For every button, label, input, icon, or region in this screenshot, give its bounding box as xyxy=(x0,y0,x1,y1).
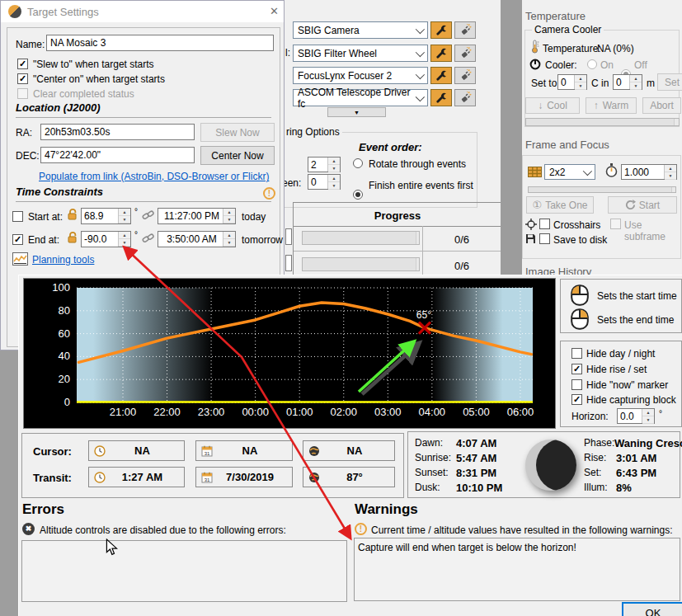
spinner-arrows[interactable]: ▲▼ xyxy=(327,158,340,172)
errors-message: Altitude controls are disabled due to th… xyxy=(40,524,286,536)
focuser-select-value: FocusLynx Focuser 2 xyxy=(298,70,392,82)
event-progress-count: 0/6 xyxy=(423,260,501,272)
ok-button[interactable]: OK xyxy=(622,602,682,616)
dawn-value: 4:07 AM xyxy=(456,437,496,449)
cool-minutes-spinner[interactable]: 0▲▼ xyxy=(613,74,642,90)
cursor-date-field: 31 NA xyxy=(195,440,293,461)
warnings-list-box[interactable]: Capture will end when target is below th… xyxy=(354,538,680,601)
plug-icon xyxy=(459,47,472,60)
spinner-arrows[interactable]: ▲▼ xyxy=(327,175,340,189)
start-time-spinner[interactable]: 11:27:00 PM▲▼ xyxy=(158,208,236,224)
abort-button[interactable]: Abort xyxy=(642,97,681,114)
app-icon xyxy=(8,5,21,18)
take-one-button[interactable]: ①Take One xyxy=(526,196,594,214)
hide-day-night-checkbox[interactable] xyxy=(571,348,582,359)
start-altitude-spinner[interactable]: 68.9▲▼ xyxy=(81,208,131,224)
spinner-arrows[interactable]: ▲▼ xyxy=(223,232,235,247)
center-now-button[interactable]: Center Now xyxy=(200,146,275,165)
telescope-select-value: ASCOM Telescope Driver fc xyxy=(298,87,416,110)
camera-settings-button[interactable] xyxy=(430,21,452,39)
set-button-label: Set xyxy=(665,77,680,88)
degree-symbol: ° xyxy=(134,207,138,216)
ra-value: 20h53m03.50s xyxy=(45,126,110,138)
telescope-connect-button[interactable] xyxy=(454,89,476,106)
start-at-checkbox[interactable] xyxy=(12,211,23,222)
hide-rise-set-checkbox[interactable] xyxy=(571,364,582,374)
set-temperature-value: 0 xyxy=(558,77,574,88)
option-spinner-2[interactable]: 0▲▼ xyxy=(308,174,341,190)
hide-now-marker-checkbox[interactable] xyxy=(571,379,582,390)
target-name-input[interactable]: NA Mosaic 3 xyxy=(46,35,274,51)
link-chain-icon[interactable] xyxy=(142,209,154,221)
mouse-cursor xyxy=(106,538,118,556)
horizon-value: 0.0 xyxy=(618,411,642,422)
end-altitude-value: -90.0 xyxy=(82,233,118,245)
exposure-spinner[interactable]: 1.000▲▼ xyxy=(621,164,677,180)
cooler-on-radio[interactable] xyxy=(587,59,597,69)
end-at-checkbox[interactable] xyxy=(12,234,23,245)
telescope-select[interactable]: ASCOM Telescope Driver fc xyxy=(293,89,428,106)
end-altitude-spinner[interactable]: -90.0▲▼ xyxy=(81,231,131,247)
focuser-select[interactable]: FocusLynx Focuser 2 xyxy=(293,67,428,84)
clear-completed-checkbox[interactable] xyxy=(17,88,28,99)
focuser-connect-button[interactable] xyxy=(454,67,476,84)
link-chain-icon[interactable] xyxy=(142,233,154,244)
slew-to-checkbox[interactable] xyxy=(17,59,28,69)
spinner-arrows[interactable]: ▲▼ xyxy=(574,75,586,89)
filter-wheel-select[interactable]: SBIG Filter Wheel xyxy=(293,45,428,62)
binning-select[interactable]: 2x2 xyxy=(544,164,595,180)
binning-icon xyxy=(528,167,542,177)
lock-icon[interactable] xyxy=(67,231,78,244)
camera-connect-button[interactable] xyxy=(454,21,476,39)
option-spinner-1[interactable]: 2▲▼ xyxy=(308,157,341,172)
save-icon xyxy=(525,233,536,244)
rotate-through-events-radio[interactable] xyxy=(353,158,363,168)
cool-button[interactable]: ↓Cool xyxy=(525,97,580,114)
hide-capturing-block-checkbox[interactable] xyxy=(571,394,582,405)
spinner-arrows[interactable]: ▲▼ xyxy=(118,232,130,247)
start-button[interactable]: Start xyxy=(608,196,677,214)
ra-input[interactable]: 20h53m03.50s xyxy=(40,124,195,140)
filter-wheel-settings-button[interactable] xyxy=(430,45,452,62)
slew-now-button[interactable]: Slew Now xyxy=(200,123,275,142)
plug-icon xyxy=(459,69,472,82)
finish-entire-events-label: Finish entire events first xyxy=(369,180,473,191)
planning-tools-link[interactable]: Planning tools xyxy=(32,254,94,266)
wrench-icon xyxy=(435,47,448,59)
set-temperature-spinner[interactable]: 0▲▼ xyxy=(557,74,587,90)
frame-focus-panel-title: Frame and Focus xyxy=(525,139,609,151)
populate-from-link[interactable]: Populate from link (AstroBin, DSO-Browse… xyxy=(39,171,269,182)
spinner-arrows[interactable]: ▲▼ xyxy=(664,165,676,179)
dec-input[interactable]: 47°22'42.00" xyxy=(40,147,195,163)
desktop-edge xyxy=(0,350,18,616)
collapse-equipment-button[interactable]: ▼ xyxy=(327,107,386,117)
warm-button[interactable]: ↑Warm xyxy=(586,97,637,114)
take-one-button-label: Take One xyxy=(545,200,587,211)
lock-icon[interactable] xyxy=(67,208,78,221)
spinner-arrows[interactable]: ▲▼ xyxy=(642,409,654,423)
dialog-title-bar[interactable]: Target Settings ✕ xyxy=(1,1,284,22)
svg-text:06:00: 06:00 xyxy=(507,406,534,418)
finish-entire-events-radio[interactable] xyxy=(353,190,363,200)
wrench-icon xyxy=(435,69,448,82)
crosshairs-checkbox[interactable] xyxy=(539,219,550,229)
warning-icon: ! xyxy=(355,523,367,535)
spinner-arrows[interactable]: ▲▼ xyxy=(118,209,130,223)
center-on-checkbox[interactable] xyxy=(17,73,28,84)
camera-select[interactable]: SBIG Camera xyxy=(293,21,428,39)
altitude-chart[interactable]: 65° 02040608010021:0022:0023:0000:0001:0… xyxy=(24,279,555,428)
end-time-spinner[interactable]: 3:50:00 AM▲▼ xyxy=(158,231,236,247)
spinner-arrows[interactable]: ▲▼ xyxy=(629,75,642,89)
use-subframe-checkbox[interactable] xyxy=(610,219,621,229)
errors-list-box[interactable] xyxy=(21,540,347,602)
horizon-spinner[interactable]: 0.0▲▼ xyxy=(617,408,655,424)
filter-wheel-connect-button[interactable] xyxy=(454,45,476,62)
plug-icon xyxy=(459,24,472,37)
svg-text:23:00: 23:00 xyxy=(198,406,225,418)
focuser-settings-button[interactable] xyxy=(430,67,452,84)
telescope-settings-button[interactable] xyxy=(430,89,452,106)
close-icon[interactable]: ✕ xyxy=(270,5,279,17)
save-to-disk-checkbox[interactable] xyxy=(539,233,550,244)
set-button[interactable]: Set xyxy=(657,73,682,91)
spinner-arrows[interactable]: ▲▼ xyxy=(223,209,235,223)
